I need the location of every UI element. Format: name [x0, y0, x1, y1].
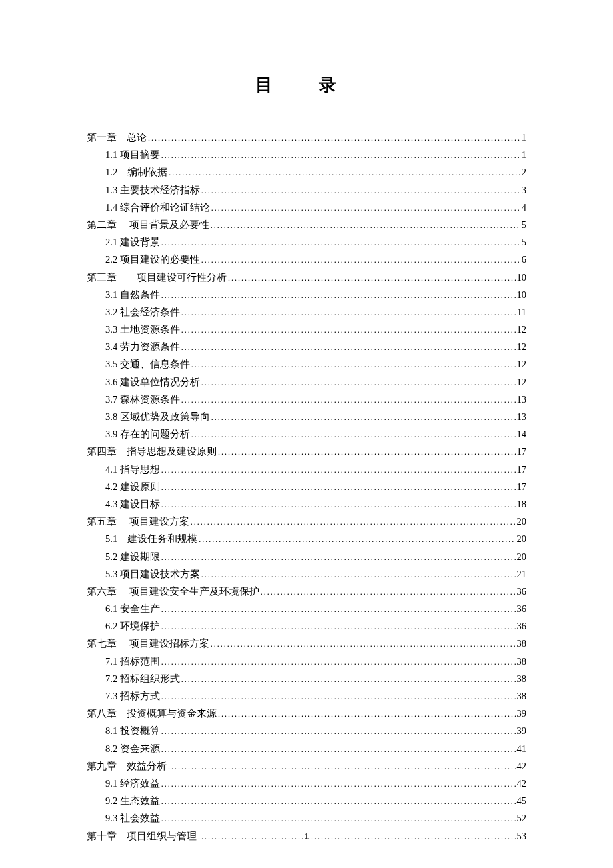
- toc-entry-label: 3.7 森林资源条件: [105, 392, 180, 407]
- toc-leader-dots: [161, 723, 516, 739]
- toc-entry: 2.2 项目建设的必要性6: [87, 252, 526, 267]
- toc-entry-page: 13: [517, 409, 527, 425]
- toc-entry-page: 42: [517, 759, 527, 774]
- toc-leader-dots: [211, 200, 520, 215]
- toc-entry-label: 5.1 建设任务和规模: [105, 531, 197, 547]
- toc-entry: 3.8 区域优势及政策导向13: [87, 409, 526, 425]
- toc-leader-dots: [161, 549, 516, 565]
- toc-entry-page: 45: [517, 793, 527, 809]
- toc-entry-label: 第四章 指导思想及建设原则: [87, 444, 217, 459]
- toc-leader-dots: [211, 217, 520, 233]
- toc-entry-page: 17: [517, 479, 527, 495]
- toc-leader-dots: [181, 339, 516, 355]
- toc-entry-page: 36: [517, 619, 527, 634]
- toc-leader-dots: [201, 375, 516, 390]
- toc-entry: 3.1 自然条件10: [87, 287, 526, 303]
- toc-leader-dots: [201, 252, 520, 267]
- toc-entry-page: 41: [517, 741, 527, 757]
- toc-entry: 8.2 资金来源41: [87, 741, 526, 757]
- toc-leader-dots: [181, 392, 516, 407]
- toc-entry-page: 18: [517, 497, 527, 512]
- toc-leader-dots: [191, 514, 516, 529]
- toc-entry: 3.4 劳力资源条件12: [87, 339, 526, 355]
- toc-entry-label: 6.1 安全生产: [105, 601, 160, 617]
- toc-entry: 3.9 存在的问题分析14: [87, 427, 526, 442]
- toc-entry: 7.1 招标范围38: [87, 654, 526, 669]
- toc-leader-dots: [161, 654, 516, 669]
- toc-entry-label: 4.2 建设原则: [105, 479, 160, 495]
- toc-entry-page: 17: [517, 444, 527, 459]
- toc-entry-page: 11: [517, 305, 526, 320]
- toc-entry-label: 3.5 交通、信息条件: [105, 357, 190, 372]
- toc-entry-page: 5: [522, 217, 526, 233]
- toc-leader-dots: [161, 793, 516, 809]
- toc-entry-page: 17: [517, 462, 527, 477]
- toc-leader-dots: [168, 759, 516, 774]
- toc-entry-page: 38: [517, 654, 527, 669]
- toc-entry: 1.4 综合评价和论证结论4: [87, 200, 526, 215]
- toc-entry: 6.2 环境保护36: [87, 619, 526, 634]
- toc-entry: 3.6 建设单位情况分析12: [87, 375, 526, 390]
- toc-entry: 9.3 社会效益52: [87, 811, 526, 826]
- toc-entry-label: 1.2 编制依据: [105, 165, 167, 180]
- toc-entry-page: 52: [517, 811, 527, 826]
- toc-entry: 7.3 招标方式38: [87, 689, 526, 704]
- toc-entry-label: 第八章 投资概算与资金来源: [87, 706, 217, 721]
- toc-entry-label: 3.1 自然条件: [105, 287, 160, 303]
- toc-entry-label: 5.3 项目建设技术方案: [105, 567, 200, 582]
- toc-leader-dots: [181, 322, 516, 337]
- toc-entry: 4.3 建设目标18: [87, 497, 526, 512]
- toc-leader-dots: [161, 462, 516, 477]
- toc-leader-dots: [161, 147, 520, 163]
- toc-entry-label: 3.9 存在的问题分析: [105, 427, 190, 442]
- toc-leader-dots: [161, 601, 516, 617]
- toc-leader-dots: [211, 409, 516, 425]
- toc-entry-label: 4.1 指导思想: [105, 462, 160, 477]
- toc-entry-page: 36: [517, 584, 527, 599]
- toc-entry: 1.2 编制依据2: [87, 165, 526, 180]
- toc-entry-page: 12: [517, 339, 527, 355]
- toc-entry-page: 38: [517, 636, 527, 651]
- toc-leader-dots: [218, 706, 516, 721]
- toc-leader-dots: [161, 811, 516, 826]
- toc-entry-page: 1: [522, 130, 526, 145]
- toc-leader-dots: [199, 531, 515, 547]
- toc-leader-dots: [161, 497, 516, 512]
- toc-entry-page: 39: [517, 706, 527, 721]
- toc-entry-label: 8.2 资金来源: [105, 741, 160, 757]
- toc-leader-dots: [161, 235, 520, 250]
- toc-entry: 9.2 生态效益45: [87, 793, 526, 809]
- toc-entry-label: 3.3 土地资源条件: [105, 322, 180, 337]
- toc-entry: 7.2 招标组织形式38: [87, 671, 526, 687]
- toc-leader-dots: [148, 130, 520, 145]
- toc-entry: 4.2 建设原则17: [87, 479, 526, 495]
- toc-entry: 3.7 森林资源条件13: [87, 392, 526, 407]
- toc-entry-label: 第六章 项目建设安全生产及环境保护: [87, 584, 259, 599]
- toc-entry: 5.3 项目建设技术方案21: [87, 567, 526, 582]
- table-of-contents: 第一章 总论11.1 项目摘要11.2 编制依据21.3 主要技术经济指标31.…: [87, 130, 526, 844]
- toc-entry: 4.1 指导思想17: [87, 462, 526, 477]
- page-number: 1: [0, 831, 613, 841]
- toc-entry: 1.3 主要技术经济指标3: [87, 183, 526, 198]
- toc-entry-page: 42: [517, 776, 527, 791]
- toc-entry-page: 10: [517, 287, 527, 303]
- toc-entry: 第六章 项目建设安全生产及环境保护36: [87, 584, 526, 599]
- toc-entry-page: 21: [517, 567, 527, 582]
- toc-entry-label: 3.8 区域优势及政策导向: [105, 409, 210, 425]
- toc-entry-page: 20: [517, 514, 527, 529]
- toc-leader-dots: [161, 741, 516, 757]
- toc-leader-dots: [161, 689, 516, 704]
- toc-leader-dots: [181, 305, 516, 320]
- toc-entry: 第七章 项目建设招标方案38: [87, 636, 526, 651]
- toc-entry-page: 10: [517, 270, 527, 285]
- toc-entry: 2.1 建设背景5: [87, 235, 526, 250]
- toc-entry-page: 3: [522, 183, 526, 198]
- toc-entry-label: 1.4 综合评价和论证结论: [105, 200, 210, 215]
- toc-leader-dots: [169, 165, 520, 180]
- toc-entry-label: 7.1 招标范围: [105, 654, 160, 669]
- toc-entry-page: 14: [517, 427, 527, 442]
- toc-entry: 3.5 交通、信息条件12: [87, 357, 526, 372]
- toc-entry-label: 9.1 经济效益: [105, 776, 160, 791]
- toc-entry-page: 38: [517, 689, 527, 704]
- toc-entry: 第五章 项目建设方案20: [87, 514, 526, 529]
